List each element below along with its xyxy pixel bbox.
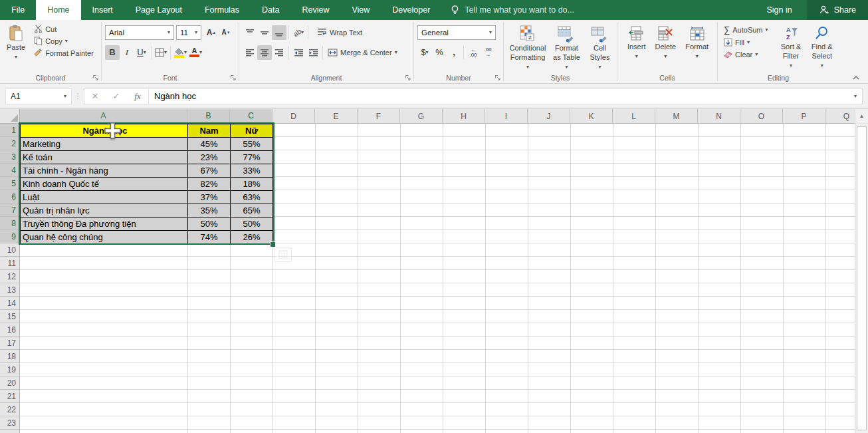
tab-formulas[interactable]: Formulas [193, 0, 251, 20]
column-header-J[interactable]: J [528, 109, 570, 124]
decrease-decimal-button[interactable]: .00→ [481, 45, 495, 60]
row-header-11[interactable]: 11 [0, 257, 20, 270]
font-name-combo[interactable]: Arial ▾ [105, 25, 174, 40]
insert-function-button[interactable]: fx [127, 91, 148, 102]
column-header-H[interactable]: H [443, 109, 485, 124]
font-color-button[interactable]: A ▾ [188, 45, 203, 60]
row-header-6[interactable]: 6 [0, 190, 20, 204]
grow-font-button[interactable]: A▲ [204, 25, 219, 40]
fill-button[interactable]: Fill ▾ [721, 37, 775, 48]
column-header-Q[interactable]: Q [825, 109, 855, 124]
increase-decimal-button[interactable]: ←.00 [466, 45, 481, 60]
cell-B4[interactable]: 67% [188, 164, 231, 178]
enter-button[interactable]: ✓ [106, 91, 127, 101]
column-header-F[interactable]: F [358, 109, 400, 124]
row-header-24[interactable]: 24 [0, 430, 20, 433]
column-header-A[interactable]: A [20, 109, 187, 124]
tab-insert[interactable]: Insert [81, 0, 124, 20]
row-header-3[interactable]: 3 [0, 150, 20, 164]
cell-C8[interactable]: 50% [231, 217, 273, 231]
sign-in-button[interactable]: Sign in [752, 0, 806, 20]
accounting-format-button[interactable]: $ ▾ [417, 45, 432, 60]
vertical-scrollbar[interactable]: ▲ [855, 109, 868, 433]
clipboard-dialog-launcher[interactable] [92, 74, 99, 81]
copy-button[interactable]: Copy ▾ [31, 35, 96, 47]
collapse-ribbon-button[interactable] [852, 75, 860, 80]
cell-A2[interactable]: Marketing [21, 138, 188, 151]
row-header-7[interactable]: 7 [0, 204, 20, 217]
cell-C6[interactable]: 63% [231, 191, 273, 204]
cell-A8[interactable]: Truyền thông Đa phương tiện [21, 217, 188, 231]
cell-B6[interactable]: 37% [188, 191, 231, 204]
row-header-8[interactable]: 8 [0, 217, 20, 230]
align-right-button[interactable] [272, 45, 286, 60]
fill-color-button[interactable]: ▾ [173, 45, 188, 60]
clear-button[interactable]: Clear ▾ [721, 49, 775, 60]
cell-B2[interactable]: 45% [188, 138, 231, 151]
number-format-combo[interactable]: General ▾ [417, 25, 496, 40]
cell-styles-button[interactable]: Cell Styles ▾ [585, 23, 615, 72]
column-header-L[interactable]: L [613, 109, 655, 124]
name-box[interactable]: A1 ▾ [5, 88, 72, 104]
orientation-button[interactable]: ab ▾ [291, 25, 306, 40]
cancel-button[interactable]: ✕ [84, 91, 106, 101]
italic-button[interactable]: I [120, 45, 134, 60]
scroll-up-button[interactable]: ▲ [855, 109, 868, 124]
find-select-button[interactable]: Find & Select ▾ [807, 23, 837, 71]
middle-align-button[interactable] [257, 25, 272, 40]
font-size-combo[interactable]: 11 ▾ [176, 25, 201, 40]
percent-style-button[interactable]: % [432, 45, 447, 60]
select-all-corner[interactable] [0, 109, 20, 124]
format-cells-button[interactable]: Format ▾ [682, 23, 712, 61]
row-header-18[interactable]: 18 [0, 350, 20, 363]
bottom-align-button[interactable] [272, 25, 286, 40]
column-header-M[interactable]: M [655, 109, 698, 124]
cell-B3[interactable]: 23% [188, 151, 231, 164]
scrollbar-thumb[interactable] [857, 126, 867, 430]
row-header-22[interactable]: 22 [0, 403, 20, 416]
format-as-table-button[interactable]: Format as Table ▾ [548, 23, 585, 72]
row-header-23[interactable]: 23 [0, 416, 20, 430]
row-header-15[interactable]: 15 [0, 310, 20, 323]
cell-A6[interactable]: Luật [21, 191, 188, 204]
column-header-N[interactable]: N [698, 109, 740, 124]
borders-button[interactable]: ▾ [154, 45, 168, 60]
cell-C1[interactable]: Nữ [231, 124, 273, 138]
column-header-D[interactable]: D [272, 109, 315, 124]
row-header-4[interactable]: 4 [0, 164, 20, 177]
paste-button[interactable]: Paste ▾ [3, 23, 29, 62]
row-header-12[interactable]: 12 [0, 270, 20, 283]
tab-review[interactable]: Review [290, 0, 340, 20]
number-dialog-launcher[interactable] [494, 74, 501, 81]
cut-button[interactable]: Cut [31, 23, 96, 35]
column-header-I[interactable]: I [485, 109, 528, 124]
cell-C5[interactable]: 18% [231, 178, 273, 191]
row-header-14[interactable]: 14 [0, 297, 20, 310]
alignment-dialog-launcher[interactable] [405, 74, 411, 81]
cell-C4[interactable]: 33% [231, 164, 273, 178]
align-left-button[interactable] [243, 45, 257, 60]
comma-style-button[interactable]: , [447, 45, 461, 60]
merge-center-button[interactable]: Merge & Center ▾ [325, 47, 400, 58]
tab-page-layout[interactable]: Page Layout [124, 0, 193, 20]
tab-file[interactable]: File [0, 0, 36, 20]
tab-data[interactable]: Data [251, 0, 290, 20]
column-header-P[interactable]: P [783, 109, 825, 124]
cell-B7[interactable]: 35% [188, 204, 231, 217]
tab-view[interactable]: View [340, 0, 381, 20]
font-dialog-launcher[interactable] [230, 74, 237, 81]
row-header-9[interactable]: 9 [0, 230, 20, 243]
insert-cells-button[interactable]: Insert ▾ [624, 23, 649, 61]
tab-home[interactable]: Home [36, 0, 80, 20]
delete-cells-button[interactable]: Delete ▾ [651, 23, 679, 61]
column-header-K[interactable]: K [570, 109, 613, 124]
cell-B9[interactable]: 74% [188, 231, 231, 244]
sort-filter-button[interactable]: AZ Sort & Filter ▾ [776, 23, 806, 71]
align-center-button[interactable] [257, 45, 272, 60]
bold-button[interactable]: B [105, 45, 120, 60]
cell-A4[interactable]: Tài chính - Ngân hàng [21, 164, 188, 178]
formula-input[interactable]: Ngành học ▾ [149, 88, 863, 104]
cell-A9[interactable]: Quan hệ công chúng [21, 231, 188, 244]
row-header-16[interactable]: 16 [0, 323, 20, 337]
wrap-text-button[interactable]: Wrap Text [314, 27, 365, 38]
